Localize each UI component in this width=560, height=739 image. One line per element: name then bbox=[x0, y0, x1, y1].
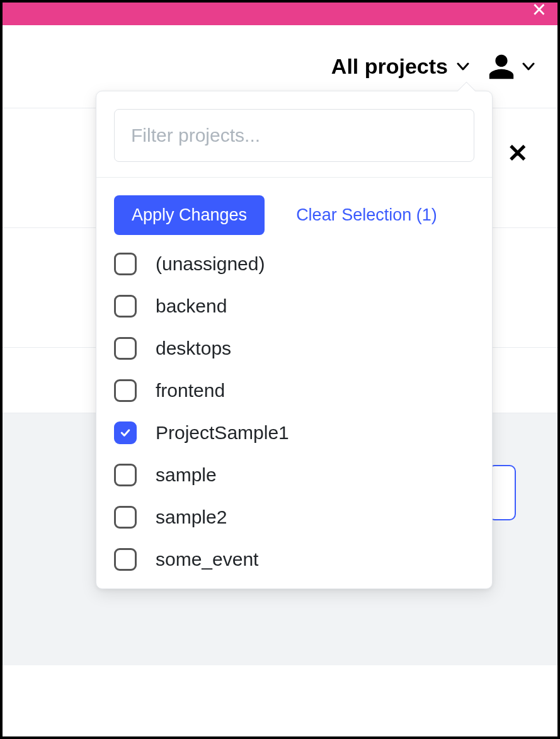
project-item[interactable]: some_event bbox=[114, 548, 474, 571]
project-checkbox[interactable] bbox=[114, 464, 137, 486]
user-menu[interactable] bbox=[487, 52, 535, 81]
project-item[interactable]: ProjectSample1 bbox=[114, 421, 474, 444]
project-label: (unassigned) bbox=[156, 253, 265, 275]
project-label: ProjectSample1 bbox=[156, 422, 289, 444]
project-checkbox[interactable] bbox=[114, 337, 137, 360]
project-label: some_event bbox=[156, 549, 258, 570]
project-label: sample2 bbox=[156, 507, 227, 528]
project-item[interactable]: desktops bbox=[114, 337, 474, 360]
project-label: sample bbox=[156, 464, 217, 486]
project-item[interactable]: (unassigned) bbox=[114, 253, 474, 275]
user-icon bbox=[487, 52, 516, 81]
project-checkbox[interactable] bbox=[114, 548, 137, 571]
project-checkbox[interactable] bbox=[114, 379, 137, 402]
project-list: (unassigned)backenddesktopsfrontendProje… bbox=[96, 241, 492, 588]
popover-actions: Apply Changes Clear Selection (1) bbox=[96, 178, 492, 241]
close-icon[interactable]: ✕ bbox=[507, 139, 529, 168]
project-item[interactable]: backend bbox=[114, 295, 474, 318]
project-checkbox[interactable] bbox=[114, 253, 137, 275]
project-item[interactable]: sample bbox=[114, 464, 474, 486]
chevron-down-icon bbox=[522, 62, 535, 71]
banner-close-icon[interactable]: × bbox=[532, 0, 546, 21]
filter-input-wrap bbox=[96, 91, 492, 178]
clear-selection-link[interactable]: Clear Selection (1) bbox=[296, 205, 437, 225]
project-checkbox[interactable] bbox=[114, 421, 137, 444]
project-switcher-label: All projects bbox=[331, 54, 448, 79]
project-item[interactable]: sample2 bbox=[114, 506, 474, 529]
project-filter-popover: Apply Changes Clear Selection (1) (unass… bbox=[96, 91, 493, 589]
apply-changes-button[interactable]: Apply Changes bbox=[114, 195, 265, 235]
trial-banner: × bbox=[3, 3, 557, 25]
project-item[interactable]: frontend bbox=[114, 379, 474, 402]
filter-projects-input[interactable] bbox=[114, 109, 474, 162]
project-label: desktops bbox=[156, 338, 231, 359]
project-label: frontend bbox=[156, 380, 225, 401]
project-checkbox[interactable] bbox=[114, 295, 137, 318]
project-checkbox[interactable] bbox=[114, 506, 137, 529]
chevron-down-icon bbox=[457, 62, 469, 71]
project-label: backend bbox=[156, 295, 227, 317]
project-switcher[interactable]: All projects bbox=[331, 54, 469, 79]
